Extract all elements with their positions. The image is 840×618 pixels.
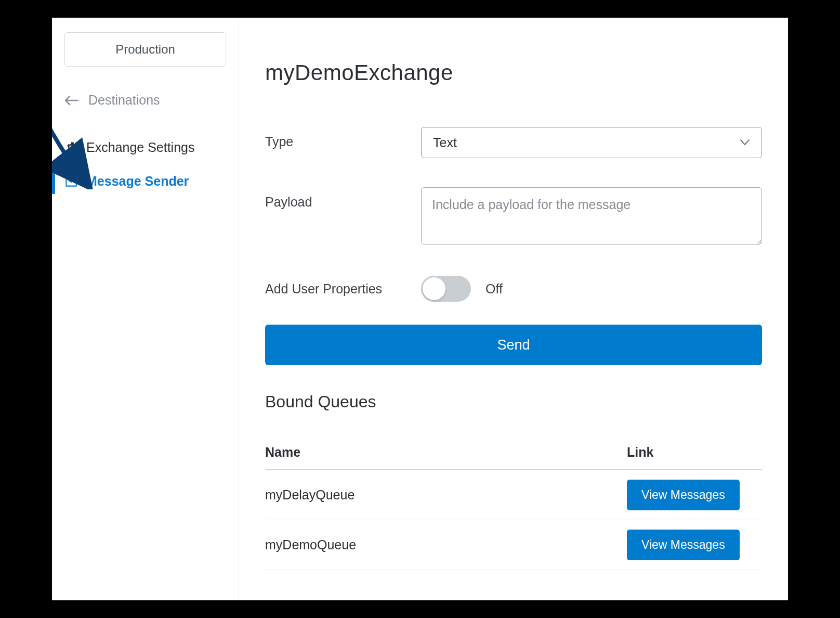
- toggle-knob: [423, 277, 445, 300]
- col-header-link: Link: [627, 445, 762, 460]
- arrow-left-icon: [64, 95, 79, 106]
- app-window: Production Destinations Exchange Setting…: [52, 18, 788, 600]
- environment-label: Production: [115, 42, 175, 57]
- send-button-label: Send: [497, 337, 530, 353]
- bound-queues-title: Bound Queues: [265, 392, 762, 411]
- sidebar-item-message-sender[interactable]: Message Sender: [52, 164, 239, 198]
- user-properties-label: Add User Properties: [265, 281, 421, 297]
- col-header-name: Name: [265, 445, 627, 460]
- send-button[interactable]: Send: [265, 325, 762, 365]
- sidebar-item-label: Message Sender: [86, 174, 189, 189]
- queue-name: myDelayQueue: [265, 487, 627, 503]
- sidebar: Production Destinations Exchange Setting…: [52, 18, 239, 600]
- gear-icon: [64, 141, 78, 154]
- view-messages-label: View Messages: [641, 538, 725, 551]
- table-header: Name Link: [265, 435, 762, 470]
- sidebar-item-exchange-settings[interactable]: Exchange Settings: [52, 131, 239, 164]
- user-properties-row: Add User Properties Off: [265, 276, 762, 302]
- type-select[interactable]: Text: [421, 127, 762, 158]
- view-messages-button[interactable]: View Messages: [627, 480, 740, 510]
- environment-selector[interactable]: Production: [64, 32, 226, 67]
- table-row: myDemoQueue View Messages: [265, 520, 762, 570]
- send-icon: [64, 175, 78, 188]
- bound-queues-table: Name Link myDelayQueue View Messages myD…: [265, 435, 762, 570]
- type-row: Type Text: [265, 127, 762, 158]
- table-row: myDelayQueue View Messages: [265, 470, 762, 520]
- queue-name: myDemoQueue: [265, 537, 627, 552]
- user-properties-state: Off: [485, 281, 503, 297]
- chevron-down-icon: [740, 137, 750, 148]
- type-label: Type: [265, 127, 421, 149]
- main-content: myDemoExchange Type Text Payload Add Use…: [239, 18, 788, 600]
- page-title: myDemoExchange: [265, 60, 762, 85]
- sidebar-item-label: Exchange Settings: [86, 140, 194, 155]
- payload-label: Payload: [265, 187, 421, 210]
- breadcrumb-label: Destinations: [88, 93, 160, 108]
- payload-row: Payload: [265, 187, 762, 247]
- view-messages-label: View Messages: [641, 488, 725, 501]
- view-messages-button[interactable]: View Messages: [627, 530, 740, 560]
- breadcrumb[interactable]: Destinations: [52, 93, 239, 131]
- user-properties-toggle[interactable]: [421, 276, 471, 302]
- payload-input[interactable]: [421, 187, 762, 244]
- type-select-value: Text: [433, 135, 457, 150]
